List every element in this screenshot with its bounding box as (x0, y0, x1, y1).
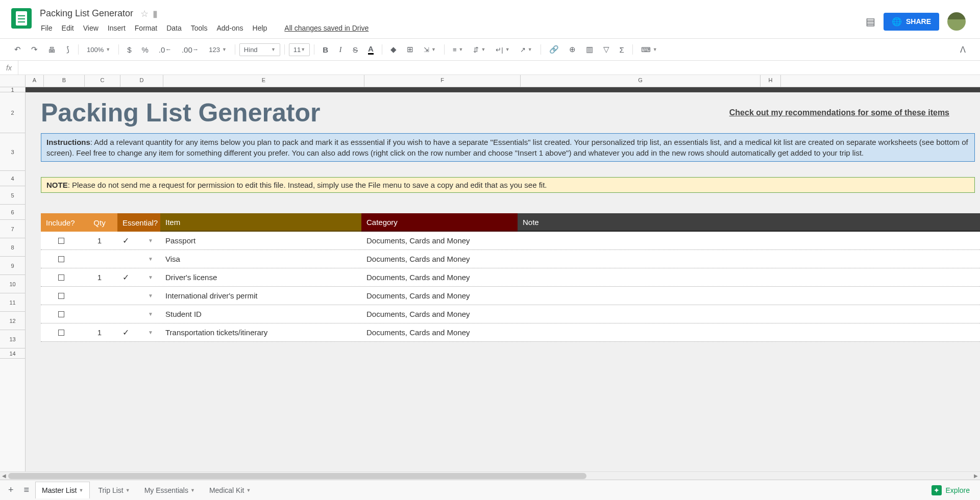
row-header-11[interactable]: 11 (0, 293, 25, 312)
row-header-5[interactable]: 5 (0, 186, 25, 205)
row-header-14[interactable]: 14 (0, 348, 25, 359)
text-wrap-button[interactable]: ↵|▼ (492, 44, 513, 56)
dropdown-arrow-icon[interactable]: ▼ (148, 330, 153, 335)
merge-cells-button[interactable]: ⇲▼ (420, 44, 440, 56)
col-header-A[interactable]: A (26, 75, 44, 87)
include-checkbox[interactable] (41, 256, 82, 262)
borders-button[interactable]: ⊞ (403, 42, 418, 57)
row-header-6[interactable]: 6 (0, 205, 25, 220)
tab-master-list[interactable]: Master List▼ (35, 482, 90, 498)
item-cell[interactable]: Transportation tickets/itinerary (160, 328, 361, 337)
currency-button[interactable]: $ (123, 42, 135, 57)
menu-addons[interactable]: Add-ons (212, 22, 247, 34)
dropdown-arrow-icon[interactable]: ▼ (148, 274, 153, 280)
add-sheet-button[interactable]: + (4, 482, 18, 498)
bold-button[interactable]: B (318, 42, 332, 57)
include-checkbox[interactable] (41, 330, 82, 336)
essential-cell[interactable]: ✓▼ (117, 272, 160, 282)
menu-view[interactable]: View (79, 22, 103, 34)
item-cell[interactable]: International driver's permit (160, 291, 361, 300)
insert-link-button[interactable]: 🔗 (545, 42, 563, 57)
row-header-7[interactable]: 7 (0, 220, 25, 238)
redo-button[interactable]: ↷ (27, 42, 42, 57)
dropdown-arrow-icon[interactable]: ▼ (148, 293, 153, 298)
fill-color-button[interactable]: ◆ (386, 42, 401, 57)
tab-medical-kit[interactable]: Medical Kit▼ (203, 482, 257, 498)
paint-format-button[interactable]: ⟆ (62, 42, 74, 57)
insert-chart-button[interactable]: ▥ (582, 42, 597, 57)
essential-cell[interactable]: ▼ (117, 311, 160, 317)
account-avatar[interactable] (947, 12, 966, 31)
dropdown-arrow-icon[interactable]: ▼ (148, 311, 153, 317)
menu-edit[interactable]: Edit (58, 22, 78, 34)
row-header-12[interactable]: 12 (0, 312, 25, 330)
strikethrough-button[interactable]: S (349, 42, 362, 57)
qty-cell[interactable]: 1 (82, 273, 117, 282)
category-cell[interactable]: Documents, Cards and Money (361, 328, 518, 337)
dropdown-arrow-icon[interactable]: ▼ (148, 256, 153, 262)
category-cell[interactable]: Documents, Cards and Money (361, 255, 518, 263)
formula-input[interactable] (18, 61, 980, 74)
include-checkbox[interactable] (41, 274, 82, 281)
row-header-13[interactable]: 13 (0, 330, 25, 348)
col-header-C[interactable]: C (85, 75, 120, 87)
col-header-H[interactable]: H (761, 75, 781, 87)
menu-tools[interactable]: Tools (187, 22, 212, 34)
horizontal-scrollbar[interactable]: ◀ ▶ (0, 471, 980, 480)
row-header-2[interactable]: 2 (0, 92, 25, 133)
text-rotation-button[interactable]: ↗▼ (516, 44, 536, 56)
explore-button[interactable]: ✦ Explore (925, 482, 976, 498)
save-status[interactable]: All changes saved in Drive (280, 22, 373, 34)
include-checkbox[interactable] (41, 311, 82, 317)
essential-cell[interactable]: ▼ (117, 256, 160, 262)
item-cell[interactable]: Passport (160, 236, 361, 245)
comments-icon[interactable]: ▤ (866, 15, 875, 28)
item-cell[interactable]: Visa (160, 255, 361, 263)
row-header-9[interactable]: 9 (0, 257, 25, 275)
move-folder-icon[interactable]: ▮ (153, 8, 158, 19)
print-button[interactable]: 🖶 (44, 42, 60, 57)
number-format-dropdown[interactable]: 123▼ (205, 44, 231, 56)
font-dropdown[interactable]: Hind▼ (239, 43, 280, 56)
share-button[interactable]: 🌐 SHARE (884, 13, 939, 31)
include-checkbox[interactable] (41, 293, 82, 299)
include-checkbox[interactable] (41, 238, 82, 244)
essential-cell[interactable]: ✓▼ (117, 236, 160, 245)
tab-my-essentials[interactable]: My Essentials▼ (138, 482, 201, 498)
font-size-dropdown[interactable]: 11▼ (289, 43, 310, 56)
item-cell[interactable]: Driver's license (160, 273, 361, 282)
menu-file[interactable]: File (37, 22, 57, 34)
qty-cell[interactable]: 1 (82, 236, 117, 245)
zoom-dropdown[interactable]: 100%▼ (83, 44, 114, 56)
essential-cell[interactable]: ▼ (117, 293, 160, 298)
col-header-F[interactable]: F (364, 75, 521, 87)
v-align-button[interactable]: ⇵▼ (469, 44, 489, 56)
undo-button[interactable]: ↶ (10, 42, 25, 57)
row-header-8[interactable]: 8 (0, 238, 25, 257)
col-header-E[interactable]: E (163, 75, 364, 87)
item-cell[interactable]: Student ID (160, 310, 361, 318)
keyboard-button[interactable]: ⌨▼ (637, 44, 662, 56)
recommendations-link[interactable]: Check out my recommendations for some of… (729, 108, 980, 117)
decrease-decimal-button[interactable]: .0← (155, 42, 176, 57)
functions-button[interactable]: Σ (616, 42, 628, 57)
col-header-D[interactable]: D (120, 75, 163, 87)
menu-help[interactable]: Help (249, 22, 272, 34)
sheets-logo[interactable] (11, 8, 32, 29)
menu-insert[interactable]: Insert (104, 22, 130, 34)
doc-title[interactable]: Packing List Generator (37, 7, 136, 20)
menu-data[interactable]: Data (162, 22, 186, 34)
row-header-10[interactable]: 10 (0, 275, 25, 293)
text-color-button[interactable]: A (364, 41, 378, 58)
increase-decimal-button[interactable]: .00→ (178, 42, 203, 57)
sheet-content[interactable]: Packing List Generator Check out my reco… (26, 87, 980, 471)
essential-cell[interactable]: ✓▼ (117, 328, 160, 337)
filter-button[interactable]: ▽ (599, 42, 614, 57)
select-all-corner[interactable] (0, 75, 26, 87)
qty-cell[interactable]: 1 (82, 328, 117, 337)
h-align-button[interactable]: ≡▼ (449, 44, 468, 56)
all-sheets-button[interactable]: ≡ (20, 482, 34, 498)
col-header-G[interactable]: G (521, 75, 761, 87)
category-cell[interactable]: Documents, Cards and Money (361, 310, 518, 318)
italic-button[interactable]: I (334, 42, 347, 57)
